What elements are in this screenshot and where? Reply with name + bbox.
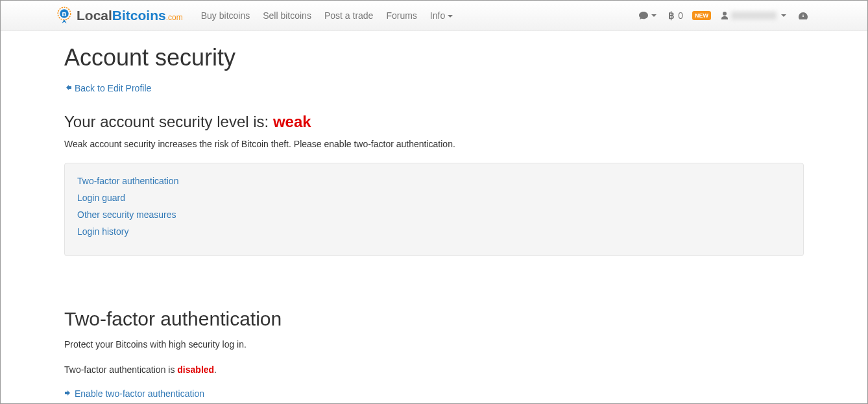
two-factor-status: Two-factor authentication is disabled.: [64, 363, 804, 377]
nav-info-dropdown[interactable]: Info: [424, 1, 459, 30]
nav-forums[interactable]: Forums: [380, 1, 423, 30]
caret-down-icon: [448, 15, 453, 18]
user-dropdown[interactable]: [715, 6, 791, 25]
security-level-heading: Your account security level is: weak: [64, 113, 804, 131]
main-content: Account security Back to Edit Profile Yo…: [54, 44, 814, 404]
two-factor-heading: Two-factor authentication: [64, 308, 804, 330]
two-factor-description: Protect your Bitcoins with high security…: [64, 338, 804, 351]
toc-login-guard-link[interactable]: Login guard: [77, 193, 125, 203]
arrow-right-icon: [64, 388, 72, 399]
arrow-left-icon: [64, 83, 72, 93]
logo-link[interactable]: B LocalBitcoins.com: [54, 6, 183, 25]
enable-two-factor-link[interactable]: Enable two-factor authentication: [64, 388, 204, 399]
username-text: [731, 12, 777, 19]
security-toc-well: Two-factor authentication Login guard Ot…: [64, 163, 804, 256]
dashboard-icon: [798, 11, 808, 20]
toc-login-history-link[interactable]: Login history: [77, 226, 128, 237]
svg-text:B: B: [62, 10, 66, 18]
toc-other-measures-link[interactable]: Other security measures: [77, 209, 176, 220]
back-to-edit-profile-link[interactable]: Back to Edit Profile: [64, 83, 151, 93]
security-level-value: weak: [273, 113, 311, 130]
nav-sell-bitcoins[interactable]: Sell bitcoins: [256, 1, 318, 30]
dashboard-link[interactable]: [793, 6, 814, 25]
caret-down-icon: [781, 14, 786, 17]
messages-dropdown[interactable]: [633, 6, 662, 25]
nav-buy-bitcoins[interactable]: Buy bitcoins: [195, 1, 256, 30]
logo-text: LocalBitcoins.com: [77, 8, 183, 23]
nav-post-trade[interactable]: Post a trade: [318, 1, 380, 30]
page-title: Account security: [64, 44, 804, 71]
top-navbar: B LocalBitcoins.com Buy bitcoins Sell bi…: [1, 1, 867, 31]
toc-two-factor-link[interactable]: Two-factor authentication: [77, 176, 178, 186]
bitcoin-icon: ฿: [668, 10, 677, 21]
logo-icon: B: [54, 6, 74, 25]
speech-bubble-icon: [638, 11, 649, 20]
two-factor-status-value: disabled: [177, 364, 214, 375]
new-badge: NEW: [692, 11, 711, 20]
weak-warning-text: Weak account security increases the risk…: [64, 137, 804, 151]
user-icon: [720, 11, 729, 20]
caret-down-icon: [651, 14, 657, 17]
balance-value: 0: [678, 10, 683, 21]
svg-text:฿: ฿: [668, 10, 675, 21]
wallet-balance[interactable]: ฿ 0: [663, 5, 688, 26]
